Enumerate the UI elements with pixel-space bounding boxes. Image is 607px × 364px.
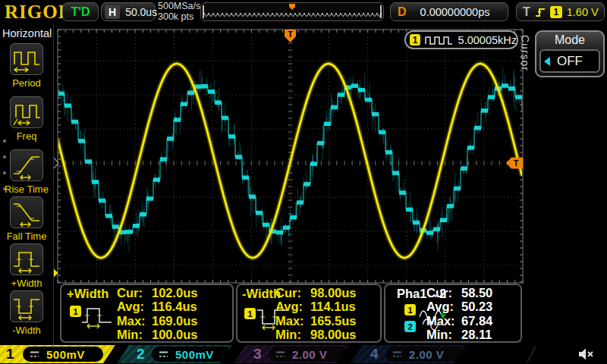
source-chip-ch1: 1: [404, 304, 416, 315]
trigger-level-value: 1.60 V: [567, 6, 599, 18]
memory-depth: 300k pts: [158, 12, 200, 23]
cursor-menu-label: Cursor: [519, 35, 531, 88]
neg-width-button[interactable]: [10, 290, 43, 322]
mode-value: OFF: [557, 54, 583, 69]
speaker-muted-icon[interactable]: [577, 347, 595, 362]
sample-rate: 500MSa/s: [158, 2, 200, 12]
measurement-panel-pos-width: +Width 1 Cur:102.0us Avg:116.4us Max:169…: [60, 284, 234, 343]
svg-text:T: T: [288, 30, 293, 39]
pulse-positive-icon: [80, 302, 114, 331]
rising-edge-icon: [534, 5, 546, 19]
channel-4-badge[interactable]: 4 2.00 V: [351, 345, 466, 363]
menu-item-neg-width[interactable]: -Width: [0, 325, 53, 336]
measurement-values: Cur:98.00us Avg:114.1us Max:165.5us Min:…: [275, 286, 357, 341]
menu-item-freq[interactable]: Freq: [0, 130, 53, 142]
dc-coupling-icon: [392, 350, 403, 359]
menu-item-fall-time[interactable]: Fall Time: [0, 231, 53, 242]
t-label: T: [523, 5, 530, 19]
trigger-status-text: T'D: [71, 5, 90, 19]
channel-scale: 2.00 V: [292, 348, 327, 361]
cursor-mode-panel: Mode OFF: [535, 30, 605, 77]
freq-source-chip: 1: [410, 34, 420, 46]
square-wave-icon: [425, 35, 452, 46]
delay-value: 0.00000000ps: [420, 6, 490, 18]
top-status-bar: RIGOL T'D H 50.0us 500MSa/s 300k pts D 0…: [0, 0, 607, 24]
channel-number: 1: [6, 345, 14, 363]
measurement-values: Cur:102.0us Avg:116.4us Max:169.0us Min:…: [117, 286, 198, 341]
trigger-source-chip: 1: [550, 6, 562, 18]
timebase-value: 50.0us: [125, 6, 157, 18]
channel-number: 3: [253, 345, 262, 363]
rise-time-icon: [11, 150, 42, 180]
horizontal-menu: Horizontal Period Freq Rise Time Fa: [0, 24, 54, 345]
horizontal-timebase-box[interactable]: H 50.0us: [101, 2, 156, 21]
trigger-settings-box[interactable]: T 1 1.60 V: [516, 2, 605, 21]
period-icon: [11, 44, 42, 74]
channel-scale: 500mV: [46, 348, 85, 361]
measurement-panel-neg-width: -Width 1 Cur:98.00us Avg:114.1us Max:165…: [236, 284, 382, 343]
channel-number: 4: [370, 345, 379, 363]
channel-number: 2: [137, 345, 145, 363]
freq-counter-value: 5.00005kHz: [458, 34, 517, 46]
acquisition-info: 500MSa/s 300k pts: [158, 2, 200, 22]
channel-3-badge[interactable]: 3 2.00 V: [234, 345, 349, 363]
trigger-status-badge: T'D: [62, 2, 99, 21]
dc-coupling-icon: [29, 350, 40, 359]
fall-time-icon: [11, 197, 42, 228]
freq-icon: [11, 97, 42, 127]
source-chip-ch1: 1: [70, 306, 81, 317]
mode-off-button[interactable]: OFF: [539, 49, 600, 73]
neg-width-icon: [11, 291, 42, 322]
freq-button[interactable]: [10, 96, 43, 128]
menu-item-period[interactable]: Period: [0, 77, 53, 89]
preview-sine-icon: [201, 3, 383, 20]
menu-item-pos-width[interactable]: +Width: [0, 278, 53, 289]
frequency-counter-badge: 1 5.00005kHz: [404, 30, 518, 49]
chevron-left-icon: [544, 57, 550, 66]
menu-title: Horizontal: [2, 27, 52, 39]
menu-item-rise-time[interactable]: Rise Time: [0, 184, 53, 195]
channel-2-badge[interactable]: 2 500mV: [117, 345, 232, 363]
mode-title: Mode: [536, 33, 603, 47]
fall-time-button[interactable]: [10, 196, 43, 228]
delay-box[interactable]: D 0.00000000ps: [390, 2, 508, 21]
rise-time-button[interactable]: [10, 149, 43, 181]
pos-width-icon: [11, 244, 42, 275]
d-label: D: [398, 5, 407, 19]
h-label: H: [105, 5, 120, 19]
channel-scale: 500mV: [175, 348, 214, 361]
channel-status-bar: 1 500mV 2 500mV 3 2.00 V 4: [0, 345, 607, 363]
memory-waveform-preview: [200, 2, 384, 21]
dc-coupling-icon: [158, 350, 169, 359]
source-chip-ch1: 1: [244, 308, 256, 319]
dc-coupling-icon: [275, 350, 286, 359]
source-chip-ch2: 2: [404, 321, 416, 332]
period-button[interactable]: [10, 43, 43, 75]
measurement-values: Cur:58.50 Avg:50.23 Max:67.84 Min:28.11: [426, 286, 492, 341]
svg-text:T: T: [514, 158, 519, 168]
measurement-panel-phase: Pha1→2 1 2 Cur:58.50 Avg:50.23 Max:67.84…: [384, 284, 522, 343]
measurement-name: +Width: [67, 287, 109, 301]
channel-1-badge[interactable]: 1 500mV: [0, 345, 115, 363]
channel-scale: 2.00 V: [409, 348, 444, 361]
pos-width-button[interactable]: [10, 243, 43, 275]
